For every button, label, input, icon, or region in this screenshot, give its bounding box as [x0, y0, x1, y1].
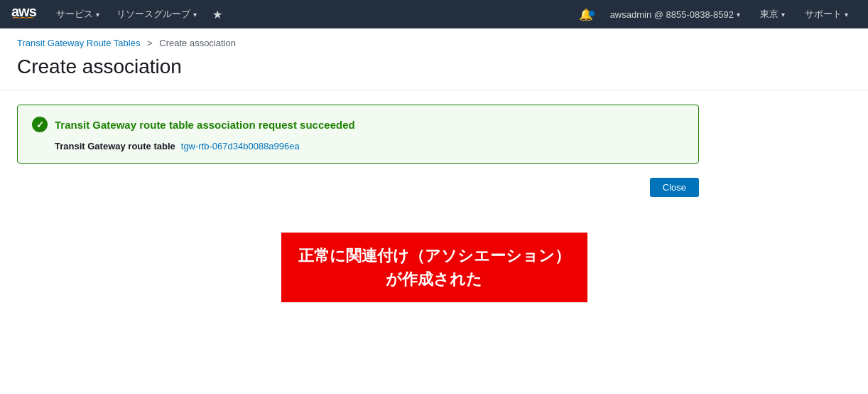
- nav-right: 🔔 awsadmin @ 8855-0838-8592 ▾ 東京 ▾ サポート …: [573, 0, 857, 28]
- navbar: aws ⁀⁀⁀ サービス ▾ リソースグループ ▾ ★ 🔔 awsadmin @…: [0, 0, 868, 28]
- nav-resource-groups[interactable]: リソースグループ ▾: [108, 0, 205, 28]
- resource-groups-chevron-icon: ▾: [193, 11, 197, 18]
- nav-support[interactable]: サポート ▾: [796, 0, 857, 28]
- annotation-line1: 正常に関連付け（アソシエーション）: [298, 244, 570, 267]
- support-chevron-icon: ▾: [845, 11, 848, 18]
- route-table-link[interactable]: tgw-rtb-067d34b0088a996ea: [181, 141, 300, 151]
- bookmarks-icon[interactable]: ★: [205, 8, 229, 21]
- annotation-box: 正常に関連付け（アソシエーション） が作成された: [281, 233, 587, 302]
- success-check-icon: [32, 117, 48, 132]
- success-title: Transit Gateway route table association …: [55, 119, 355, 131]
- page-title-area: Create association: [0, 48, 868, 90]
- success-header: Transit Gateway route table association …: [32, 117, 684, 132]
- detail-label: Transit Gateway route table: [55, 141, 175, 151]
- account-chevron-icon: ▾: [737, 11, 740, 18]
- notification-bell-icon[interactable]: 🔔: [573, 8, 599, 21]
- close-button-area: Close: [17, 178, 699, 197]
- breadcrumb-current: Create association: [159, 38, 236, 48]
- services-chevron-icon: ▾: [96, 11, 99, 18]
- nav-account[interactable]: awsadmin @ 8855-0838-8592 ▾: [602, 0, 749, 28]
- region-chevron-icon: ▾: [781, 11, 785, 18]
- aws-logo[interactable]: aws ⁀⁀⁀: [11, 4, 36, 26]
- annotation-line2: が作成された: [298, 267, 570, 291]
- breadcrumb-link[interactable]: Transit Gateway Route Tables: [17, 38, 140, 48]
- annotation-area: 正常に関連付け（アソシエーション） が作成された: [17, 233, 851, 302]
- notification-dot: [589, 11, 595, 16]
- page-title: Create association: [17, 55, 851, 78]
- success-detail: Transit Gateway route table tgw-rtb-067d…: [32, 141, 684, 151]
- close-button[interactable]: Close: [650, 178, 699, 197]
- breadcrumb: Transit Gateway Route Tables > Create as…: [0, 28, 868, 48]
- nav-region[interactable]: 東京 ▾: [752, 0, 793, 28]
- success-banner: Transit Gateway route table association …: [17, 105, 699, 164]
- nav-services[interactable]: サービス ▾: [48, 0, 108, 28]
- main-content: Transit Gateway route table association …: [0, 90, 868, 316]
- breadcrumb-separator: >: [147, 38, 153, 48]
